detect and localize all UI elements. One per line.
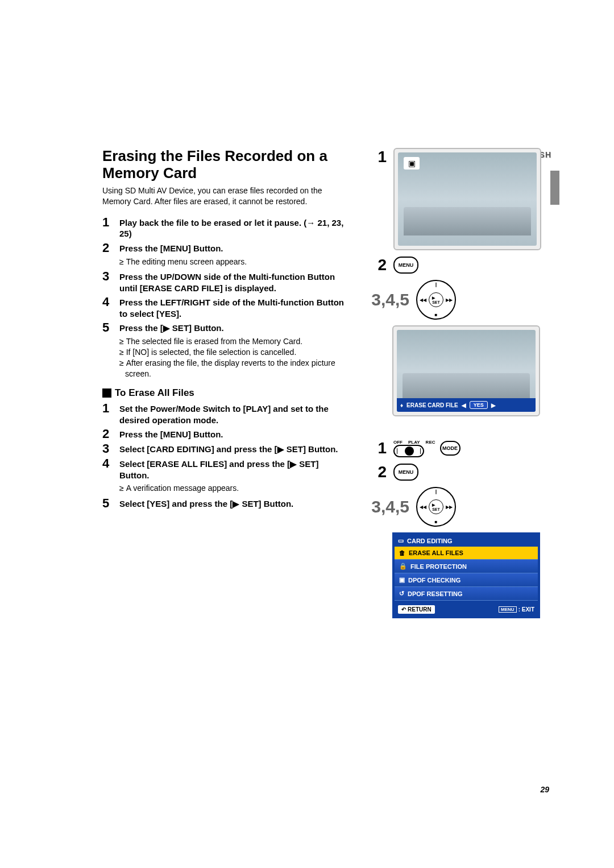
dpof-icon: ▣ (399, 576, 405, 584)
step-number: 4 (102, 457, 114, 481)
dpad-illustration: ∥■◀◀▶▶ ▶SET (416, 487, 456, 527)
lock-icon: 🔒 (399, 563, 407, 570)
lcd-screen-illustration: ▣ (393, 148, 541, 250)
step-number: 1 (102, 216, 114, 239)
step-number: 3 (102, 270, 114, 294)
power-mode-switch: OFF PLAY REC MODE (393, 440, 460, 457)
step-text: Press the [MENU] Button. (119, 242, 223, 254)
set-label: ▶SET (432, 503, 440, 511)
erase-menu-strip: ♦ ERASE CARD FILE ◀ YES ▶ (397, 398, 536, 412)
card-editing-menu: ▭ CARD EDITING 🗑 ERASE ALL FILES 🔒 FILE … (392, 532, 540, 618)
page-title: Erasing the Files Recorded on a Memory C… (102, 148, 347, 182)
menu-button: MENU (393, 464, 418, 481)
intro-text: Using SD Multi AV Device, you can erase … (102, 185, 347, 207)
menu-item-label: DPOF RESETTING (408, 590, 463, 597)
step-text: Select [YES] and press the [▶ SET] Butto… (119, 497, 293, 510)
menu-exit-hint: MENU : EXIT (499, 606, 534, 613)
left-arrow-icon: ◀ (462, 402, 466, 408)
step-number: 5 (102, 321, 114, 334)
dpof-reset-icon: ↺ (399, 590, 404, 597)
return-button: ↶ RETURN (398, 605, 435, 614)
trash-icon: 🗑 (399, 549, 405, 556)
menu-item-label: ERASE ALL FILES (409, 549, 463, 556)
step-text: Press the LEFT/RIGHT side of the Multi-f… (119, 296, 347, 319)
step-text: Select [CARD EDITING] and press the [▶ S… (119, 443, 338, 455)
menu-item-label: DPOF CHECKING (408, 577, 460, 584)
menu-item: ▣ DPOF CHECKING (395, 573, 538, 587)
step-text: Press the [MENU] Button. (119, 428, 223, 440)
callout-number: 2 (364, 463, 387, 481)
play-label: PLAY (408, 440, 420, 445)
step-number: 1 (102, 402, 114, 425)
menu-header-label: CARD EDITING (407, 538, 452, 544)
page-number: 29 (540, 785, 549, 794)
section-subhead: To Erase All Files (115, 387, 194, 399)
yes-option: YES (470, 401, 488, 409)
menu-item: 🗑 ERASE ALL FILES (395, 547, 538, 560)
step-note: If [NO] is selected, the file selection … (119, 347, 347, 358)
mode-button: MODE (440, 441, 460, 456)
step-number: 4 (102, 296, 114, 319)
step-note: After erasing the file, the display reve… (119, 358, 347, 379)
callout-number: 1 (364, 439, 387, 457)
menu-button: MENU (393, 257, 418, 274)
return-arrow-icon: ↶ (401, 606, 406, 613)
return-label: RETURN (408, 606, 432, 613)
callout-number: 3,4,5 (364, 497, 409, 516)
menu-item: 🔒 FILE PROTECTION (395, 560, 538, 573)
menu-item-label: FILE PROTECTION (410, 563, 467, 570)
erase-label: ERASE CARD FILE (406, 402, 458, 408)
off-label: OFF (393, 440, 403, 445)
step-number: 2 (102, 428, 114, 440)
camera-icon: ▣ (404, 157, 420, 170)
dpad-illustration: ∥■◀◀▶▶ ▶SET (416, 280, 456, 320)
set-label: ▶SET (432, 296, 440, 304)
step-note: A verification message appears. (119, 483, 347, 494)
menu-item: ↺ DPOF RESETTING (395, 587, 538, 601)
card-icon: ▭ (398, 537, 404, 544)
callout-number: 2 (364, 256, 387, 274)
step-text: Play back the file to be erased or let i… (119, 216, 347, 239)
menu-key-label: MENU (499, 606, 517, 613)
square-bullet-icon (102, 388, 111, 398)
callout-number: 3,4,5 (364, 290, 409, 309)
callout-number: 1 (364, 148, 387, 166)
step-text: Press the [▶ SET] Button. (119, 321, 224, 334)
exit-label: : EXIT (518, 606, 534, 613)
step-text: Set the Power/Mode Switch to [PLAY] and … (119, 402, 347, 425)
step-text: Press the UP/DOWN side of the Multi-func… (119, 270, 347, 294)
rec-label: REC (426, 440, 435, 445)
step-text: Select [ERASE ALL FILES] and press the [… (119, 457, 347, 481)
lcd-screen-illustration: ♦ ERASE CARD FILE ◀ YES ▶ (392, 325, 540, 416)
updown-arrow-icon: ♦ (400, 402, 403, 408)
step-number: 2 (102, 242, 114, 254)
step-number: 5 (102, 497, 114, 510)
right-arrow-icon: ▶ (491, 402, 496, 408)
step-note: The editing menu screen appears. (119, 257, 347, 267)
page-tab (550, 171, 559, 205)
step-number: 3 (102, 443, 114, 455)
step-note: The selected file is erased from the Mem… (119, 336, 347, 347)
